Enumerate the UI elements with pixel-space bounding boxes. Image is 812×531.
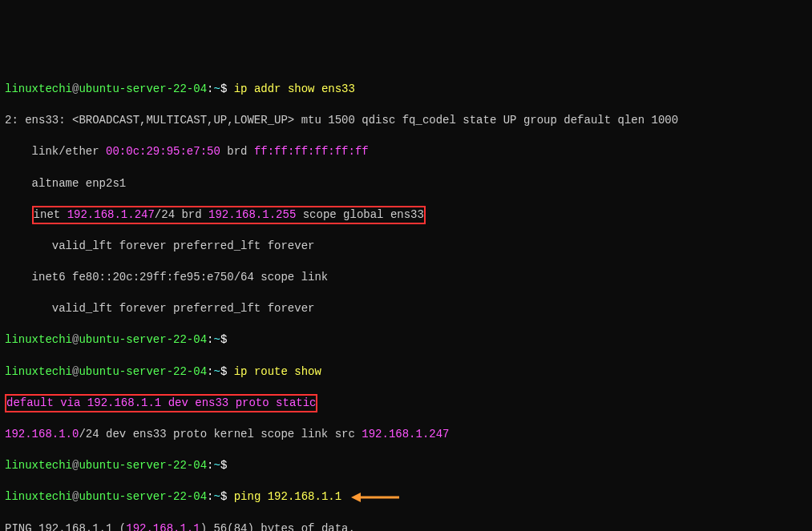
arrow-icon xyxy=(351,492,399,503)
inet-line: inet 192.168.1.247/24 brd 192.168.1.255 … xyxy=(5,207,807,223)
ping-header: PING 192.168.1.1 (192.168.1.1) 56(84) by… xyxy=(5,521,807,531)
valid-lft: valid_lft forever preferred_lft forever xyxy=(5,301,807,317)
inet-highlight-box: inet 192.168.1.247/24 brd 192.168.1.255 … xyxy=(32,206,426,225)
route-link: 192.168.1.0/24 dev ens33 proto kernel sc… xyxy=(5,427,807,443)
prompt-line[interactable]: linuxtechi@ubuntu-server-22-04:~$ ip rou… xyxy=(5,364,807,380)
terminal-output: linuxtechi@ubuntu-server-22-04:~$ ip add… xyxy=(5,66,807,531)
link-ether: link/ether 00:0c:29:95:e7:50 brd ff:ff:f… xyxy=(5,144,807,160)
altname: altname enp2s1 xyxy=(5,176,807,192)
inet6-line: inet6 fe80::20c:29ff:fe95:e750/64 scope … xyxy=(5,270,807,286)
prompt-line[interactable]: linuxtechi@ubuntu-server-22-04:~$ ip add… xyxy=(5,82,807,98)
if-header: 2: ens33: <BROADCAST,MULTICAST,UP,LOWER_… xyxy=(5,113,807,129)
route-highlight-box: default via 192.168.1.1 dev ens33 proto … xyxy=(5,394,317,413)
prompt-line[interactable]: linuxtechi@ubuntu-server-22-04:~$ xyxy=(5,458,807,474)
valid-lft: valid_lft forever preferred_lft forever xyxy=(5,239,807,255)
prompt-line[interactable]: linuxtechi@ubuntu-server-22-04:~$ ping 1… xyxy=(5,489,807,505)
route-default: default via 192.168.1.1 dev ens33 proto … xyxy=(5,396,807,412)
prompt-line[interactable]: linuxtechi@ubuntu-server-22-04:~$ xyxy=(5,332,807,348)
